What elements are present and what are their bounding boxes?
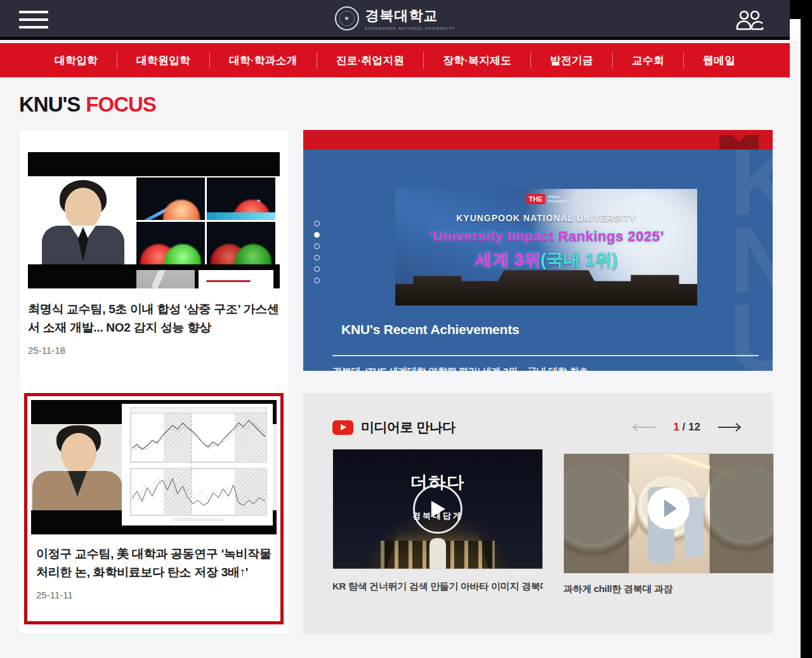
university-logo[interactable]: ✶ 경북대학교 KYUNGPOOK NATIONAL UNIVERSITY [334,6,455,30]
nav-item-faculty-council[interactable]: 교수회 [613,51,683,70]
video-thumbnail-1[interactable]: 더하다 경북대답게 [332,449,543,569]
play-icon [431,501,445,517]
banner-heading: KNU's Recent Achievements [341,322,519,337]
article-1-thumbnail [28,152,280,288]
nav-item-grad-admission[interactable]: 대학원입학 [117,51,209,70]
research-figure-detail [136,270,273,288]
banner-subheading[interactable]: 경북대, ‘THE 세계대학 영향력 평가’ 세계 3위... 국내 대학 최초 [332,366,588,371]
slide-university-name: KYUNGPOOK NATIONAL UNIVERSITY [395,213,697,223]
focus-article-1[interactable]: 최명식 교수팀, 5초 이내 합성 ‘삼중 구조’ 가스센서 소재 개발... … [19,130,289,356]
media-section: 미디어로 만나다 1 / 12 더하다 경북대답게 [303,393,773,634]
carousel-dots [314,221,320,283]
university-seal-icon: ✶ [334,6,358,30]
research-figure-grid [136,177,277,266]
logo-title: 경북대학교 [365,6,455,25]
achievements-banner: KNU THE HigherEducation KYUNGPOOK NATION… [303,130,773,371]
carousel-dot-3[interactable] [314,243,320,249]
banner-divider [332,355,759,356]
research-chart [122,404,273,526]
building-silhouette [395,266,697,306]
article-1-title[interactable]: 최명식 교수팀, 5초 이내 합성 ‘삼중 구조’ 가스센서 소재 개발... … [23,300,285,337]
banner-body[interactable]: KNU THE HigherEducation KYUNGPOOK NATION… [303,150,773,371]
title-focus: FOCUS [86,93,156,116]
play-button-icon [648,487,690,529]
top-header: ✶ 경북대학교 KYUNGPOOK NATIONAL UNIVERSITY [0,0,790,40]
nav-item-fund[interactable]: 발전기금 [531,51,612,70]
carousel-dot-6[interactable] [314,278,320,283]
carousel-dot-4[interactable] [314,255,320,261]
pager-count: 1 / 12 [673,421,700,434]
professor-photo [31,424,124,510]
article-1-date: 25-11-18 [23,345,285,356]
article-2-date: 25-11-11 [31,590,277,600]
professor-photo [38,176,127,264]
youtube-icon [332,420,353,435]
edge-black-strip [801,0,812,658]
slide-rankings-title: ‘University Impact Rankings 2025’ [395,228,697,245]
nav-item-admission[interactable]: 대학입학 [36,51,117,70]
person-silhouette [429,538,446,569]
logo-subtitle: KYUNGPOOK NATIONAL UNIVERSITY [365,27,455,30]
main-nav: 대학입학 대학원입학 대학·학과소개 진로·취업지원 장학·복지제도 발전기금 … [0,43,790,77]
nav-item-scholarship[interactable]: 장학·복지제도 [424,51,530,70]
nav-item-departments[interactable]: 대학·학과소개 [210,51,317,70]
carousel-dot-5[interactable] [314,266,320,272]
edge-corner [790,0,801,19]
focus-article-2-highlighted[interactable]: 이정구 교수팀, 美 대학과 공동연구 '녹비작물 처리한 논, 화학비료보다 … [24,393,284,624]
the-logo: THE HigherEducation [526,194,566,204]
slide-rank-result: 세계 3위(국내 1위) [395,248,697,271]
video-1-caption[interactable]: KR 탐색 건너뛰기 검색 만들기 아바타 이미지 경북대... [332,581,543,593]
prev-arrow-icon[interactable] [631,423,657,432]
article-2-title[interactable]: 이정구 교수팀, 美 대학과 공동연구 '녹비작물 처리한 논, 화학비료보다 … [31,545,277,582]
banner-red-bar [303,130,773,150]
title-knus: KNU'S [19,93,80,116]
edge-notch [790,19,801,41]
article-2-thumbnail [31,400,277,534]
carousel-slide-image[interactable]: THE HigherEducation KYUNGPOOK NATIONAL U… [395,189,697,306]
carousel-dot-1[interactable] [314,221,320,226]
hamburger-menu-icon[interactable] [19,11,48,30]
nav-item-webmail[interactable]: 웹메일 [684,51,754,70]
focus-article-list: 최명식 교수팀, 5초 이내 합성 ‘삼중 구조’ 가스센서 소재 개발... … [19,130,289,634]
knu-homepage: ✶ 경북대학교 KYUNGPOOK NATIONAL UNIVERSITY 대학… [0,0,812,658]
video-thumbnail-2[interactable] [563,453,774,574]
banner-watermark-fragment [719,135,759,150]
knu-watermark: KNU [730,150,773,371]
media-section-title: 미디어로 만나다 [361,418,455,436]
media-pager: 1 / 12 [631,421,742,434]
next-arrow-icon[interactable] [717,423,742,432]
members-icon[interactable] [735,10,764,30]
nav-item-career[interactable]: 진로·취업지원 [317,51,424,70]
video-2-caption[interactable]: 과하게 chill한 경북대 과잠 [563,583,774,595]
carousel-dot-2-active[interactable] [314,232,320,238]
section-title-knus-focus: KNU'SFOCUS [19,93,156,117]
